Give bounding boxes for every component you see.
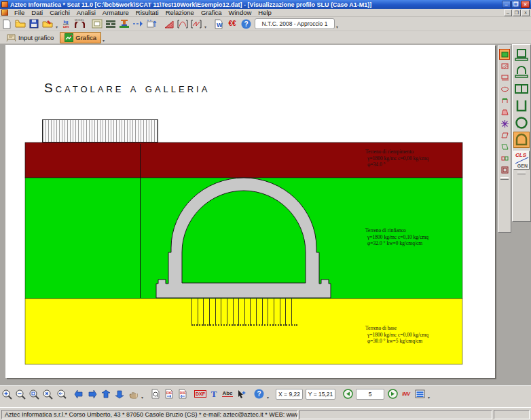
minimize-button[interactable]: – — [502, 1, 511, 8]
menu-item-armature[interactable]: Armature — [99, 9, 132, 16]
pan-right-button[interactable] — [86, 387, 99, 400]
hand-icon — [128, 389, 138, 399]
save-icon — [29, 19, 39, 28]
zoom-in-button[interactable] — [0, 387, 14, 400]
pan-up-button[interactable] — [99, 387, 113, 400]
shape-rect-closed-button[interactable] — [499, 49, 510, 60]
shear-diagram-button[interactable] — [189, 18, 203, 31]
close-button[interactable]: × — [521, 1, 530, 8]
child-minimize-button[interactable]: – — [504, 9, 512, 16]
toolbar-handle[interactable] — [517, 172, 526, 174]
shape-open-bottom-button[interactable] — [499, 95, 510, 106]
menu-item-dati[interactable]: Dati — [28, 9, 46, 16]
menu-item-help[interactable]: Help — [255, 9, 275, 16]
drawing-canvas[interactable]: Scatolare a galleria Terreno di riempime… — [0, 44, 531, 385]
toolbar-grip[interactable]: ▾ — [335, 18, 340, 29]
toolbar-grip[interactable]: ▾ — [140, 389, 145, 400]
zoom-previous-button[interactable] — [54, 387, 68, 400]
menu-item-relazione[interactable]: Relazione — [162, 9, 198, 16]
cls-gen-button[interactable]: CLS GEN — [513, 151, 530, 170]
zoom-out-button[interactable] — [14, 387, 27, 400]
cls-gen-divider — [515, 157, 528, 164]
new-file-button[interactable] — [0, 18, 14, 31]
pan-hand-button[interactable] — [126, 387, 140, 400]
previous-view-button[interactable] — [341, 387, 354, 400]
dimensions-button[interactable] — [145, 18, 158, 31]
soil-label-riempimento: Terreno di riempimento γ=1800 kg/mc c=0,… — [365, 149, 467, 168]
open-file-button[interactable] — [14, 18, 27, 31]
type-double-cell-button[interactable] — [513, 81, 530, 97]
shape-skew-red-button[interactable] — [499, 130, 510, 140]
toolbar-grip[interactable]: ▾ — [101, 32, 106, 43]
pan-down-button[interactable] — [113, 387, 126, 400]
help-button-bottom[interactable]: ? — [252, 387, 266, 400]
zoom-window-button[interactable] — [27, 387, 41, 400]
type-box-on-base-button[interactable] — [513, 47, 530, 63]
menu-item-risultati[interactable]: Risultati — [132, 9, 162, 16]
toolbar-grip[interactable]: ▾ — [54, 18, 59, 29]
toolbar-grip[interactable]: ▾ — [203, 18, 208, 29]
menu-item-file[interactable]: File — [11, 9, 28, 16]
open-bottom-icon — [500, 96, 509, 105]
next-view-button[interactable] — [386, 387, 399, 400]
geometry-button[interactable] — [90, 18, 104, 31]
tab-grafica[interactable]: Grafica — [60, 32, 101, 43]
child-restore-button[interactable]: ❐ — [513, 9, 521, 16]
child-close-button[interactable]: × — [521, 9, 530, 16]
menu-item-carichi[interactable]: Carichi — [46, 9, 73, 16]
toolbar-grip[interactable]: ▾ — [426, 389, 431, 400]
menu-item-window[interactable]: Window — [225, 9, 255, 16]
loads-button[interactable] — [131, 18, 145, 31]
edit-data-button[interactable] — [41, 18, 54, 31]
type-u-channel-button[interactable] — [513, 98, 530, 114]
layers-button[interactable] — [413, 387, 426, 400]
foundation-button[interactable] — [117, 18, 131, 31]
model-button[interactable]: MODEL — [73, 18, 86, 31]
type-arch-on-base-button[interactable] — [513, 64, 530, 80]
zoom-extents-button[interactable] — [41, 387, 54, 400]
materials-button[interactable] — [104, 18, 117, 31]
shape-rect-hatched-button[interactable] — [499, 60, 510, 71]
svg-text:?: ? — [244, 20, 248, 28]
units-button[interactable]: kgcm — [59, 18, 73, 31]
rect-ribbed-icon — [500, 73, 509, 82]
rect-hatched-icon — [500, 62, 509, 71]
menu-item-analisi[interactable]: Analisi — [73, 9, 99, 16]
shape-skew-green-button[interactable] — [499, 141, 510, 152]
report-word-button[interactable]: W — [212, 18, 225, 31]
shape-star-button[interactable] — [499, 118, 510, 129]
shape-trapezoid-button[interactable] — [499, 107, 510, 117]
maximize-button[interactable]: ❐ — [511, 1, 520, 8]
mdi-document-icon — [1, 9, 8, 16]
select-tool-button[interactable] — [234, 387, 248, 400]
shape-oval-pipe-button[interactable] — [499, 83, 510, 94]
computo-button[interactable]: €€ — [225, 18, 239, 31]
status-right-panel — [494, 410, 530, 419]
shape-rect-ribbed-button[interactable] — [499, 72, 510, 83]
shape-double-small-button[interactable] — [499, 153, 510, 164]
moment-diagram-button[interactable] — [176, 18, 189, 31]
dxf-export-button[interactable]: DXF — [176, 387, 189, 400]
dxf-options-button[interactable]: DXF — [194, 387, 207, 400]
ntc-norm-selector[interactable]: N.T.C. 2008 - Approccio 1 — [255, 18, 335, 29]
pan-left-button[interactable] — [72, 387, 86, 400]
menu-item-grafica[interactable]: Grafica — [198, 9, 225, 16]
page-number-box[interactable]: 5 — [356, 389, 384, 400]
font-button[interactable]: Abc — [221, 387, 234, 400]
text-tool-button[interactable]: T — [207, 387, 221, 400]
type-gallery-arch-button[interactable] — [513, 132, 530, 148]
invert-colors-button[interactable]: INV — [399, 387, 413, 400]
tab-input-grafico[interactable]: Input grafico — [1, 32, 58, 43]
toolbar-handle[interactable] — [500, 177, 509, 180]
help-button[interactable]: ? — [239, 18, 253, 31]
surcharge-button[interactable] — [162, 18, 176, 31]
dxf-import-button[interactable]: DXF — [162, 387, 176, 400]
toolbar-grip[interactable]: ▾ — [266, 389, 270, 400]
next-circle-icon — [388, 389, 398, 399]
save-button[interactable] — [27, 18, 41, 31]
type-circular-button[interactable] — [513, 115, 530, 131]
y-coordinate-readout: Y = 15,21 — [306, 389, 335, 400]
shape-box-frame-button[interactable] — [499, 164, 510, 175]
print-preview-button[interactable] — [149, 387, 162, 400]
model-icon: MODEL — [75, 19, 85, 28]
